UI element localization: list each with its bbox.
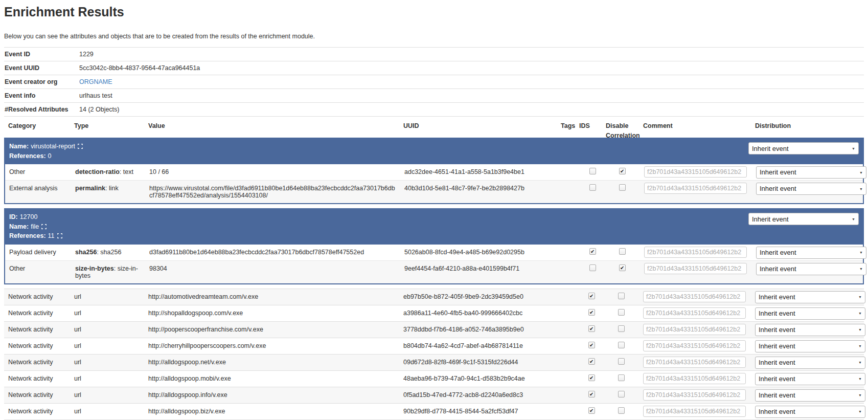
comment-input[interactable] [643, 340, 746, 351]
comment-input[interactable] [644, 247, 747, 258]
distribution-select[interactable]: Inherit event ▼ [756, 183, 866, 195]
attribute-row: External analysis permalink: link https:… [5, 180, 863, 203]
disable-correlation-checkbox[interactable] [618, 407, 625, 414]
disable-correlation-checkbox[interactable] [618, 342, 625, 348]
comment-input[interactable] [643, 389, 746, 401]
attribute-row: Network activity url http://alldogspoop.… [4, 354, 864, 370]
event-creator-org-link[interactable]: ORGNAME [79, 78, 112, 85]
ids-checkbox[interactable] [589, 168, 596, 174]
distribution-selected-value: Inherit event [760, 169, 796, 176]
distribution-select[interactable]: Inherit event ▼ [748, 142, 859, 154]
ids-checkbox[interactable] [588, 407, 595, 414]
category-cell: Network activity [4, 289, 70, 305]
disable-correlation-checkbox[interactable] [618, 358, 625, 365]
ids-checkbox[interactable] [588, 309, 595, 316]
attribute-row: Payload delivery sha256: sha256 d3fad691… [5, 245, 863, 260]
comment-input[interactable] [644, 183, 747, 194]
distribution-selected-value: Inherit event [759, 294, 795, 301]
standalone-attributes-table: Network activity url http://automotivedr… [4, 289, 864, 419]
ids-checkbox[interactable] [589, 184, 596, 191]
objects-container: Name:virustotal-report References:0 Inhe… [4, 138, 864, 284]
ids-checkbox[interactable] [588, 293, 595, 299]
value-cell: 10 / 66 [145, 164, 400, 180]
disable-correlation-checkbox[interactable] [618, 374, 625, 381]
comment-input[interactable] [643, 406, 746, 417]
distribution-select[interactable]: Inherit event ▼ [755, 324, 865, 336]
disable-correlation-checkbox[interactable] [618, 293, 625, 299]
category-cell: Network activity [4, 355, 70, 370]
category-cell: Network activity [4, 305, 70, 321]
distribution-select[interactable]: Inherit event ▼ [748, 213, 859, 225]
value-cell: https://www.virustotal.com/file/d3fad691… [145, 181, 400, 203]
chevron-down-icon: ▼ [859, 265, 863, 273]
chevron-down-icon: ▼ [858, 391, 862, 399]
type-cell: url [70, 305, 144, 321]
column-header-value: Value [144, 117, 399, 141]
uuid-cell: 90b29df8-d778-4415-8544-5a2fcf53df47 [399, 404, 557, 419]
disable-correlation-checkbox[interactable] [619, 264, 626, 271]
expand-icon[interactable] [57, 233, 62, 238]
ids-checkbox[interactable] [589, 264, 596, 271]
disable-correlation-checkbox[interactable] [619, 184, 626, 191]
ids-checkbox[interactable] [588, 391, 595, 397]
type-cell: url [70, 355, 144, 370]
uuid-cell: eb97b50e-b872-405f-9be9-2dc39459d5e0 [399, 289, 557, 305]
event-meta-row: #Resolved Attributes 14 (2 Objects) [4, 102, 864, 116]
distribution-selected-value: Inherit event [752, 215, 789, 223]
distribution-select[interactable]: Inherit event ▼ [755, 307, 865, 320]
distribution-select[interactable]: Inherit event ▼ [755, 389, 865, 402]
ids-checkbox[interactable] [588, 358, 595, 365]
disable-correlation-checkbox[interactable] [619, 248, 626, 255]
distribution-select[interactable]: Inherit event ▼ [755, 291, 865, 303]
uuid-cell: adc32dee-4651-41a1-a558-5a1b3f9e4be1 [400, 164, 558, 180]
distribution-select[interactable]: Inherit event ▼ [756, 166, 866, 179]
value-cell: http://pooperscooperfranchise.com/v.exe [144, 322, 399, 338]
type-cell: url [70, 289, 144, 305]
ids-checkbox[interactable] [588, 342, 595, 348]
column-header-comment: Comment [639, 117, 751, 141]
uuid-cell: 40b3d10d-5e81-48c7-9fe7-be2b2898427b [400, 181, 558, 203]
distribution-selected-value: Inherit event [759, 343, 795, 350]
expand-icon[interactable] [78, 144, 83, 149]
distribution-select[interactable]: Inherit event ▼ [755, 357, 865, 369]
comment-input[interactable] [643, 291, 746, 302]
disable-correlation-checkbox[interactable] [619, 168, 626, 174]
ids-checkbox[interactable] [588, 325, 595, 332]
comment-input[interactable] [644, 166, 747, 178]
comment-input[interactable] [644, 263, 747, 274]
comment-input[interactable] [643, 307, 746, 319]
distribution-select[interactable]: Inherit event ▼ [755, 373, 865, 385]
distribution-selected-value: Inherit event [760, 249, 796, 256]
meta-label: Event UUID [4, 64, 79, 72]
disable-correlation-checkbox[interactable] [618, 325, 625, 332]
comment-input[interactable] [643, 324, 746, 335]
meta-value: urlhaus test [79, 92, 112, 99]
attribute-row: Network activity url http://alldogspoop.… [4, 370, 864, 387]
chevron-down-icon: ▼ [859, 249, 863, 256]
comment-input[interactable] [643, 357, 746, 368]
column-header-uuid: UUID [399, 117, 557, 141]
expand-icon[interactable] [41, 224, 47, 229]
disable-correlation-checkbox[interactable] [618, 391, 625, 397]
disable-correlation-checkbox[interactable] [618, 309, 625, 316]
chevron-down-icon: ▼ [858, 342, 862, 350]
distribution-select[interactable]: Inherit event ▼ [755, 406, 865, 418]
tags-cell [558, 261, 576, 283]
ids-checkbox[interactable] [589, 248, 596, 255]
ids-checkbox[interactable] [588, 374, 595, 381]
uuid-cell: 9eef4454-fa6f-4210-a88a-e401599b4f71 [400, 261, 558, 283]
column-header-disable-correlation: Disable Correlation [602, 117, 639, 141]
value-cell: http://alldogspoop.info/v.exe [144, 387, 399, 403]
tags-cell [558, 181, 576, 203]
tags-cell [557, 387, 575, 403]
comment-input[interactable] [643, 373, 746, 384]
uuid-cell: 09d672d8-82f8-469f-9c1f-5315fd226d44 [399, 355, 557, 370]
value-cell: http://shopalldogspoop.com/v.exe [144, 305, 399, 321]
distribution-select[interactable]: Inherit event ▼ [756, 247, 866, 259]
attribute-row: Network activity url http://shopalldogsp… [4, 305, 864, 321]
chevron-down-icon: ▼ [858, 293, 862, 301]
type-cell: permalink: link [71, 181, 145, 203]
chevron-down-icon: ▼ [858, 310, 862, 317]
distribution-select[interactable]: Inherit event ▼ [755, 340, 865, 352]
distribution-select[interactable]: Inherit event ▼ [756, 263, 866, 275]
